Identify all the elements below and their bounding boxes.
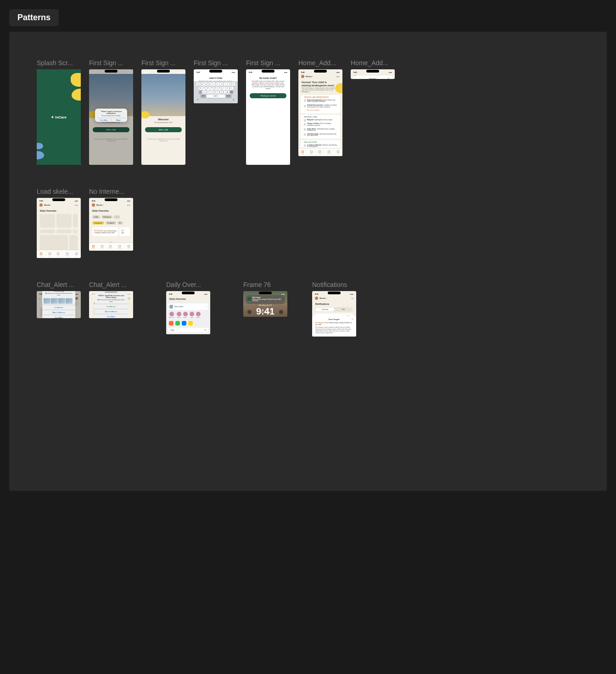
key-s[interactable]: S	[202, 87, 206, 90]
tab-upcoming[interactable]: Upcoming	[316, 308, 334, 311]
frame-signin-2[interactable]: First Sign ... 9:41●●● Welcome! Get star…	[141, 59, 185, 165]
frame-no-internet[interactable]: No Interne... 9:41●●● Wheeler ›● 💬 Daily…	[89, 188, 133, 251]
tab-home[interactable]: Home	[301, 151, 304, 155]
frame-add-child[interactable]: First Sign ... 9:41●●● Add A Child Enter…	[194, 59, 238, 103]
tab-home[interactable]: Home	[39, 253, 43, 257]
key-b[interactable]: B	[218, 90, 221, 94]
tab-past[interactable]: Past	[334, 308, 353, 311]
contact[interactable]: Doug K	[177, 312, 181, 318]
flashlight-icon[interactable]	[247, 310, 252, 314]
email-school-button[interactable]: Email your school	[250, 93, 286, 98]
key-a[interactable]: A	[199, 87, 202, 90]
frame-chat-alert-2[interactable]: Chat_Alert ... 9:41●●● ‹Admin She's so e…	[89, 281, 133, 318]
checklist-item[interactable]: More about Subsidy ›	[301, 109, 340, 112]
key-x[interactable]: X	[207, 90, 210, 94]
camera-icon[interactable]	[279, 310, 283, 314]
app-icon[interactable]	[175, 321, 180, 326]
alert-dont-allow[interactable]: Don't Allow	[97, 118, 112, 122]
contact[interactable]: Doug M	[196, 312, 201, 318]
avatar[interactable]	[301, 75, 304, 78]
key-p[interactable]: P	[232, 83, 235, 86]
phone-nointernet: 9:41●●● Wheeler ›● 💬 Daily Overview 14:3…	[89, 198, 133, 251]
tab-schedul[interactable]: Schedul	[118, 245, 122, 249]
tab-home[interactable]: Home	[92, 245, 95, 249]
key-n[interactable]: N	[222, 90, 225, 94]
frame-home-add-1[interactable]: Home_Add... 9:41●●● Wheeler ›● 💬 Hooray!…	[298, 59, 342, 156]
tab-daily[interactable]: Daily	[101, 245, 103, 249]
key-e[interactable]: E	[204, 83, 207, 86]
key-f[interactable]: F	[210, 87, 213, 90]
checklist-item[interactable]: Change of Clothes: Full set, including u…	[301, 122, 340, 127]
dont-allow-button[interactable]: Don't Allow	[42, 315, 75, 318]
close-icon[interactable]: ×	[352, 318, 354, 320]
key-c[interactable]: C	[210, 90, 213, 94]
checklist-item[interactable]: Payment Arrangements: Ensure all fees an…	[301, 99, 340, 104]
key-m[interactable]: M	[226, 90, 229, 94]
key-r[interactable]: R	[208, 83, 212, 86]
key-t[interactable]: T	[212, 83, 215, 86]
contact[interactable]: Addie	[190, 312, 194, 318]
tab-alerts[interactable]: Alerts	[319, 151, 321, 155]
frame-skeleton[interactable]: Load skele... 9:41●●● Wheeler ›● 💬 Daily…	[37, 188, 81, 258]
tab-schedul[interactable]: Schedul	[327, 151, 331, 155]
key-g[interactable]: G	[214, 87, 218, 90]
key-u[interactable]: U	[220, 83, 223, 86]
frame-label: First Sign ...	[89, 59, 133, 67]
alert-allow[interactable]: Allow	[112, 118, 126, 122]
app-icon[interactable]	[169, 321, 174, 326]
frame-notifications[interactable]: Notifications 9:41●●● Wheeler ›💬 Notific…	[312, 281, 356, 337]
day-chip[interactable]: Today, Aug 30	[92, 221, 104, 225]
frame-label: Frame 76	[243, 281, 287, 289]
contact[interactable]: Rodrig...	[183, 312, 188, 318]
frame-chat-alert-1[interactable]: Chat_Alert ... 9:41●●● ‹Admin She's so e…	[37, 281, 81, 318]
tab-more[interactable]: More	[337, 151, 340, 155]
key-j[interactable]: J	[222, 87, 225, 90]
tabbar: HomeDailyAlertsSchedulMore	[298, 148, 342, 156]
key-d[interactable]: D	[207, 87, 210, 90]
limit-access-button[interactable]: Limit Access	[42, 305, 75, 310]
app-icon[interactable]	[182, 321, 186, 326]
modal-title: Add A Child	[194, 74, 238, 81]
key-y[interactable]: Y	[216, 83, 219, 86]
tab-more[interactable]: More	[75, 253, 78, 257]
frame-signin-1[interactable]: First Sign ... 9:41●●● Welcome! Get star…	[89, 59, 133, 165]
frame-home-add-2[interactable]: Home_Add... 9:41●●● Wheeler › Subsidy× S…	[351, 59, 395, 79]
close-icon[interactable]: ×	[387, 78, 390, 79]
tab-more[interactable]: More	[128, 245, 130, 249]
key-l[interactable]: L	[230, 87, 233, 90]
key-q[interactable]: Q	[196, 83, 200, 86]
checklist-item[interactable]: Subsidy Documentation: Complete and subm…	[301, 104, 340, 109]
checklist-item[interactable]: Label Everything: Label all personal ite…	[301, 133, 340, 138]
frame-76[interactable]: Frame 76 ●●● Monday, June 6 9:41 Don't f…	[243, 281, 287, 317]
notif-tabs: Upcoming Past	[315, 307, 353, 312]
close-icon[interactable]: ×	[206, 306, 207, 308]
day-chip[interactable]: W...	[118, 221, 123, 225]
tab-daily[interactable]: Daily	[48, 253, 51, 257]
key-o[interactable]: O	[228, 83, 231, 86]
tab-alerts[interactable]: Alerts	[109, 245, 112, 249]
frame-splash[interactable]: Splash Scr... ✦ InCare	[37, 59, 81, 165]
tab-schedul[interactable]: Schedul	[65, 253, 69, 257]
tab-alerts[interactable]: Alerts	[57, 253, 60, 257]
copy-button[interactable]: Copy⧉	[168, 328, 208, 332]
key-w[interactable]: W	[201, 83, 204, 86]
frame-no-invite[interactable]: First Sign ... 9:41●●● No Invite Code? I…	[246, 59, 290, 165]
key-i[interactable]: I	[224, 83, 227, 86]
frame-daily-share[interactable]: Daily Over... 9:41●●● Daily Overview Tod…	[166, 281, 210, 334]
key-v[interactable]: V	[214, 90, 218, 94]
frame-label: Home_Add...	[298, 59, 342, 67]
lock-notification[interactable]: Don't forget!Please bring a change of cl…	[246, 295, 285, 304]
app-icon[interactable]	[188, 321, 193, 326]
tab-daily[interactable]: Daily	[310, 151, 313, 155]
key-h[interactable]: H	[218, 87, 221, 90]
key-k[interactable]: K	[226, 87, 229, 90]
checklist-item[interactable]: Indoor Shoes: Comfortable shoes or slipp…	[301, 128, 340, 133]
day-chip[interactable]: Thu, Aug 29	[106, 221, 116, 225]
allow-full-access-button[interactable]: Allow Full Access	[42, 310, 75, 315]
keyboard[interactable]: QWERTYUIOP ASDFGHJKL ⇧ZXCVBNM⌫ 123spacer…	[194, 81, 238, 103]
key-z[interactable]: Z	[202, 90, 206, 94]
checklist-item[interactable]: Backpack: Lightweight and easy to open.	[301, 118, 340, 123]
contact[interactable]: Erika Ann...	[169, 312, 175, 318]
app-icon[interactable]	[195, 321, 199, 326]
add-child-button[interactable]: Add a child	[145, 127, 182, 132]
